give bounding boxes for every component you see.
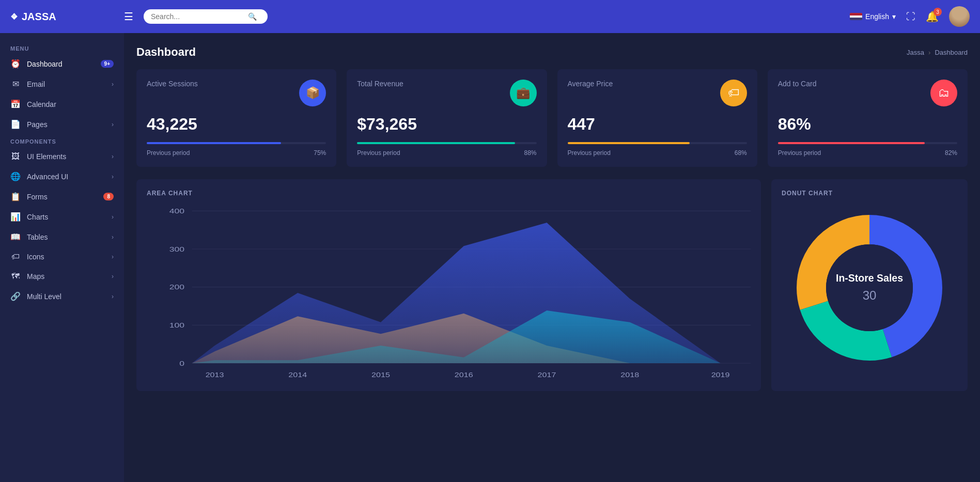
maps-icon: 🗺 xyxy=(10,272,21,281)
maps-arrow-icon: › xyxy=(112,273,114,280)
brand-name: JASSA xyxy=(22,11,56,23)
language-label: English xyxy=(865,12,889,21)
donut-chart-container: In-Store Sales 30 xyxy=(782,205,957,370)
sidebar-label-advanced-ui: Advanced UI xyxy=(27,173,105,181)
stat-pct-1: 75% xyxy=(314,149,326,157)
notifications-button[interactable]: 🔔 3 xyxy=(926,10,939,23)
stat-icon-2: 💼 xyxy=(510,80,537,106)
sidebar-item-ui-elements[interactable]: 🖼 UI Elements › xyxy=(0,147,124,166)
email-arrow-icon: › xyxy=(112,81,114,88)
stat-cards-grid: Active Sessions 📦 43,225 Previous period… xyxy=(136,69,968,167)
search-bar[interactable]: 🔍 xyxy=(144,9,268,24)
menu-section-label: MENU xyxy=(0,41,124,54)
sidebar-item-calendar[interactable]: 📅 Calendar xyxy=(0,94,124,114)
search-input[interactable] xyxy=(151,12,244,21)
ui-elements-arrow-icon: › xyxy=(112,153,114,160)
notification-badge: 3 xyxy=(934,8,942,16)
menu-toggle-button[interactable]: ☰ xyxy=(124,10,133,23)
svg-text:30: 30 xyxy=(863,288,877,302)
sidebar-item-pages[interactable]: 📄 Pages › xyxy=(0,114,124,134)
sidebar: MENU ⏰ Dashboard 9+ ✉ Email › 📅 Calendar… xyxy=(0,33,124,482)
sidebar-item-forms[interactable]: 📋 Forms 8 xyxy=(0,186,124,207)
multi-level-icon: 🔗 xyxy=(10,291,21,301)
stat-pct-4: 82% xyxy=(945,149,957,157)
donut-chart-card: DONUT CHART In-Store Sales xyxy=(771,179,968,391)
tables-arrow-icon: › xyxy=(112,234,114,241)
icons-arrow-icon: › xyxy=(112,253,114,260)
stat-footer-2: Previous period 88% xyxy=(357,149,536,157)
tables-icon: 📖 xyxy=(10,232,21,242)
svg-text:2016: 2016 xyxy=(455,371,473,379)
sidebar-item-icons[interactable]: 🏷 Icons › xyxy=(0,247,124,267)
brand-icon: ❖ xyxy=(10,12,18,22)
pages-arrow-icon: › xyxy=(112,121,114,128)
stat-card-header-4: Add to Card 🗂 xyxy=(778,80,957,106)
svg-text:In-Store Sales: In-Store Sales xyxy=(836,272,903,284)
stat-prev-label-2: Previous period xyxy=(357,149,400,157)
sidebar-label-icons: Icons xyxy=(27,253,105,261)
sidebar-item-dashboard[interactable]: ⏰ Dashboard 9+ xyxy=(0,54,124,74)
donut-chart-title: DONUT CHART xyxy=(782,190,957,197)
stat-prev-label-3: Previous period xyxy=(568,149,611,157)
brand: ❖ JASSA xyxy=(10,11,114,23)
sidebar-item-multi-level[interactable]: 🔗 Multi Level › xyxy=(0,286,124,306)
svg-text:200: 200 xyxy=(169,283,185,291)
svg-text:2014: 2014 xyxy=(288,371,307,379)
topnav: ❖ JASSA ☰ 🔍 English ▾ ⛶ 🔔 3 xyxy=(0,0,980,33)
user-avatar[interactable] xyxy=(949,6,970,27)
charts-icon: 📊 xyxy=(10,212,21,222)
ui-elements-icon: 🖼 xyxy=(10,152,21,161)
search-icon: 🔍 xyxy=(248,12,257,21)
sidebar-item-maps[interactable]: 🗺 Maps › xyxy=(0,267,124,286)
area-chart-container: 400 300 200 100 0 2013 2014 2015 2016 20… xyxy=(147,205,751,381)
stat-prev-label-1: Previous period xyxy=(147,149,190,157)
dashboard-badge: 9+ xyxy=(101,60,114,68)
stat-progress-fill-4 xyxy=(778,142,925,144)
multi-level-arrow-icon: › xyxy=(112,293,114,300)
stat-card-total-revenue: Total Revenue 💼 $73,265 Previous period … xyxy=(347,69,547,167)
area-chart-title: AREA CHART xyxy=(147,190,751,197)
stat-progress-bar-4 xyxy=(778,142,957,144)
main-content: Dashboard Jassa › Dashboard Active Sessi… xyxy=(124,33,980,482)
forms-badge: 8 xyxy=(103,193,114,200)
sidebar-label-email: Email xyxy=(27,80,105,88)
stat-value-4: 86% xyxy=(778,115,957,134)
stat-progress-bar-3 xyxy=(568,142,747,144)
fullscreen-button[interactable]: ⛶ xyxy=(906,11,915,22)
flag-icon xyxy=(850,13,862,20)
language-selector[interactable]: English ▾ xyxy=(850,12,896,21)
stat-card-header-2: Total Revenue 💼 xyxy=(357,80,536,106)
svg-text:400: 400 xyxy=(169,207,185,215)
sidebar-item-advanced-ui[interactable]: 🌐 Advanced UI › xyxy=(0,166,124,186)
sidebar-item-tables[interactable]: 📖 Tables › xyxy=(0,227,124,247)
stat-pct-3: 68% xyxy=(735,149,747,157)
svg-text:300: 300 xyxy=(169,245,185,253)
sidebar-item-email[interactable]: ✉ Email › xyxy=(0,74,124,94)
stat-icon-1: 📦 xyxy=(299,80,326,106)
email-icon: ✉ xyxy=(10,79,21,89)
svg-text:2018: 2018 xyxy=(620,371,639,379)
sidebar-item-charts[interactable]: 📊 Charts › xyxy=(0,207,124,227)
stat-footer-4: Previous period 82% xyxy=(778,149,957,157)
pages-icon: 📄 xyxy=(10,119,21,129)
stat-label-4: Add to Card xyxy=(778,80,817,88)
lang-chevron-icon: ▾ xyxy=(892,12,896,21)
sidebar-label-dashboard: Dashboard xyxy=(27,60,95,68)
sidebar-label-maps: Maps xyxy=(27,272,105,281)
stat-value-1: 43,225 xyxy=(147,115,326,134)
components-section-label: COMPONENTS xyxy=(0,134,124,147)
stat-progress-fill-2 xyxy=(357,142,515,144)
stat-prev-label-4: Previous period xyxy=(778,149,821,157)
topnav-right: English ▾ ⛶ 🔔 3 xyxy=(850,6,970,27)
area-chart-svg: 400 300 200 100 0 2013 2014 2015 2016 20… xyxy=(147,205,751,381)
stat-card-active-sessions: Active Sessions 📦 43,225 Previous period… xyxy=(136,69,336,167)
stat-progress-fill-1 xyxy=(147,142,281,144)
charts-arrow-icon: › xyxy=(112,213,114,221)
avatar-image xyxy=(949,6,970,27)
svg-text:2017: 2017 xyxy=(538,371,556,379)
stat-card-add-to-card: Add to Card 🗂 86% Previous period 82% xyxy=(768,69,968,167)
breadcrumb-home: Jassa xyxy=(907,49,924,56)
svg-text:100: 100 xyxy=(169,321,185,329)
sidebar-label-tables: Tables xyxy=(27,233,105,241)
donut-chart-svg: In-Store Sales 30 xyxy=(792,210,947,365)
